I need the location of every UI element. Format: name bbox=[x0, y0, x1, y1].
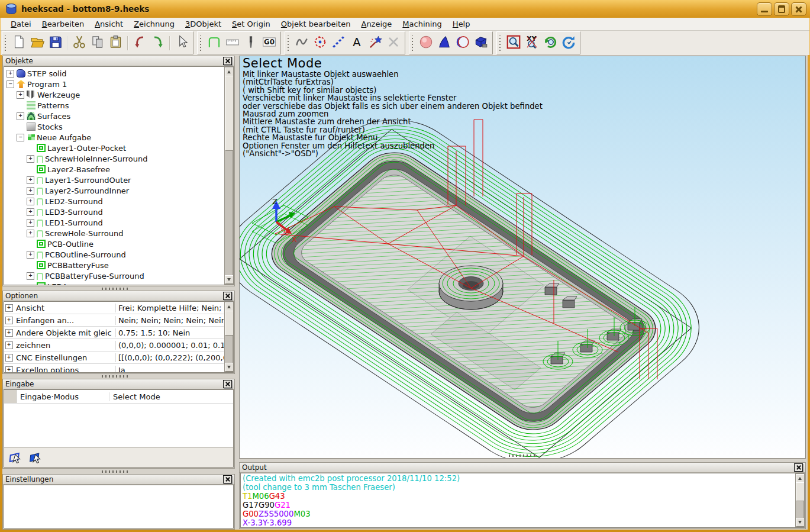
option-row-zeichnen[interactable]: +zeichnen(0,0,0); 0.000001; 0.01; 0.1; bbox=[4, 339, 224, 352]
settings-panel-close-icon[interactable] bbox=[223, 475, 232, 483]
option-row-andere-objekte-mit-gleic[interactable]: +Andere Objekte mit gleic0.75; 1.5; 10; … bbox=[4, 327, 224, 339]
expander-plus-icon[interactable]: + bbox=[27, 208, 34, 216]
tree-item-patterns[interactable]: +Patterns bbox=[4, 100, 224, 111]
toolbar-group-grip[interactable] bbox=[287, 36, 290, 51]
options-scrollbar[interactable] bbox=[224, 302, 233, 372]
polyline-button[interactable] bbox=[330, 34, 347, 51]
objects-panel-close-icon[interactable] bbox=[223, 57, 232, 65]
zoom-extents-button[interactable] bbox=[541, 34, 559, 51]
title-bar[interactable]: heekscad - bottom8-9.heeks bbox=[0, 0, 810, 18]
spline-button[interactable] bbox=[293, 34, 310, 51]
input-panel-close-icon[interactable] bbox=[223, 380, 232, 388]
objects-panel-grip[interactable] bbox=[102, 288, 129, 290]
sphere-button[interactable] bbox=[417, 34, 434, 51]
graphics-viewport[interactable]: ZX Select Mode Mit linker Maustaste Obje… bbox=[239, 56, 806, 459]
tree-item-surfaces[interactable]: +Surfaces bbox=[4, 111, 224, 121]
option-row-einfangen-an[interactable]: +Einfangen an...Nein; Nein; Nein; Nein; … bbox=[4, 314, 224, 327]
input-panel-grip[interactable] bbox=[102, 470, 129, 473]
endmill-button[interactable] bbox=[242, 34, 259, 51]
expander-plus-icon[interactable]: + bbox=[5, 317, 13, 324]
options-panel-grip[interactable] bbox=[102, 375, 129, 378]
pick-object-button[interactable] bbox=[9, 450, 24, 465]
redo-button[interactable] bbox=[149, 34, 166, 51]
tree-item-layer2-basefree[interactable]: +Layer2-Basefree bbox=[4, 164, 224, 175]
tree-item-pcb-outline[interactable]: +PCB-Outline bbox=[4, 238, 224, 249]
undo-button[interactable] bbox=[131, 34, 148, 51]
input-mode-row[interactable]: Eingabe·Modus Select Mode bbox=[4, 390, 233, 404]
maximize-button[interactable] bbox=[774, 2, 789, 16]
expander-plus-icon[interactable]: + bbox=[27, 198, 34, 205]
tree-item-stocks[interactable]: +Stocks bbox=[4, 121, 224, 132]
tree-item-step-solid[interactable]: +STEP solid bbox=[4, 68, 224, 79]
tree-item-pcbbatteryfuse[interactable]: +PCBBatteryFuse bbox=[4, 260, 224, 270]
menu-help[interactable]: Help bbox=[447, 18, 476, 30]
options-panel-close-icon[interactable] bbox=[223, 292, 232, 300]
toolbar-group-grip[interactable] bbox=[411, 36, 414, 51]
new-file-button[interactable] bbox=[10, 34, 27, 51]
expander-plus-icon[interactable]: + bbox=[27, 176, 34, 184]
tree-item-leda[interactable]: +LEDA bbox=[4, 281, 224, 285]
menu-ansicht[interactable]: Ansicht bbox=[89, 18, 128, 30]
zoom-window-button[interactable] bbox=[505, 34, 522, 51]
copy-button[interactable] bbox=[89, 34, 106, 51]
cut-button[interactable] bbox=[70, 34, 88, 51]
expander-minus-icon[interactable]: − bbox=[17, 134, 24, 141]
expander-minus-icon[interactable]: − bbox=[7, 80, 14, 88]
expander-plus-icon[interactable]: + bbox=[5, 329, 13, 337]
minimize-button[interactable] bbox=[757, 2, 772, 16]
tree-item-schrewholeinner-surround[interactable]: +SchrewHoleInner-Surround bbox=[4, 153, 224, 164]
expander-plus-icon[interactable]: + bbox=[5, 366, 13, 373]
menu-datei[interactable]: Datei bbox=[5, 18, 37, 30]
pick-many-objects-button[interactable] bbox=[29, 450, 44, 465]
tree-item-pcbbatteryfuse-surround[interactable]: +PCBBatteryFuse-Surround bbox=[4, 270, 224, 281]
open-file-button[interactable] bbox=[28, 34, 46, 51]
measure-button[interactable] bbox=[224, 34, 241, 51]
tree-item-program-1[interactable]: −Program 1 bbox=[4, 79, 224, 89]
cone-button[interactable] bbox=[435, 34, 453, 51]
output-panel-close-icon[interactable] bbox=[794, 463, 803, 472]
viewport-grip[interactable] bbox=[509, 454, 536, 457]
tree-item-pcboutline-surround[interactable]: +PCBOutline-Surround bbox=[4, 249, 224, 260]
tree-item-led1-surround[interactable]: +LED1-Surround bbox=[4, 217, 224, 228]
zoom-xy-button[interactable]: XY bbox=[523, 34, 540, 51]
option-row-cnc-einstellungen[interactable]: +CNC Einstellungen[[(0,0,0); (0,0,222); … bbox=[4, 352, 224, 364]
expander-plus-icon[interactable]: + bbox=[5, 304, 13, 312]
menu-set-origin[interactable]: Set Origin bbox=[227, 18, 276, 30]
menu-bearbeiten[interactable]: Bearbeiten bbox=[37, 18, 89, 30]
expander-plus-icon[interactable]: + bbox=[27, 251, 34, 259]
tree-item-neue-aufgabe[interactable]: −Neue Aufgabe bbox=[4, 132, 224, 143]
expander-plus-icon[interactable]: + bbox=[27, 219, 34, 227]
toolbar-group-grip[interactable] bbox=[499, 36, 502, 51]
redraw-button[interactable] bbox=[560, 34, 577, 51]
trim-button[interactable] bbox=[385, 34, 402, 51]
expander-plus-icon[interactable]: + bbox=[27, 155, 34, 163]
objects-scrollbar[interactable] bbox=[224, 67, 233, 285]
tree-item-layer1-outer-pocket[interactable]: +Layer1-Outer-Pocket bbox=[4, 143, 224, 153]
save-button[interactable] bbox=[47, 34, 64, 51]
expander-plus-icon[interactable]: + bbox=[7, 70, 14, 78]
tree-item-led2-surround[interactable]: +LED2-Surround bbox=[4, 196, 224, 207]
output-scrollbar[interactable] bbox=[795, 473, 804, 527]
menu-3dobjekt[interactable]: 3DObjekt bbox=[180, 18, 227, 30]
expander-plus-icon[interactable]: + bbox=[27, 230, 34, 237]
option-row-excellon-options[interactable]: +Excellon optionsJa bbox=[4, 364, 224, 373]
expander-plus-icon[interactable]: + bbox=[5, 341, 13, 349]
expander-plus-icon[interactable]: + bbox=[27, 187, 34, 195]
solid-block-button[interactable] bbox=[472, 34, 489, 51]
expander-plus-icon[interactable]: + bbox=[27, 272, 34, 280]
toolbar-group-grip[interactable] bbox=[4, 36, 7, 51]
tree-item-werkzeuge[interactable]: +Werkzeuge bbox=[4, 89, 224, 100]
expander-plus-icon[interactable]: + bbox=[5, 354, 13, 362]
wand-button[interactable] bbox=[366, 34, 383, 51]
tree-item-led3-surround[interactable]: +LED3-Surround bbox=[4, 207, 224, 217]
menu-machining[interactable]: Machining bbox=[397, 18, 447, 30]
expander-plus-icon[interactable]: + bbox=[17, 91, 24, 99]
tree-item-layer2-surroundinner[interactable]: +Layer2-SurroundInner bbox=[4, 185, 224, 196]
toolbar-group-grip[interactable] bbox=[199, 36, 202, 51]
rapid-g0-button[interactable]: G0 bbox=[260, 34, 277, 51]
profile-op-button[interactable] bbox=[205, 34, 222, 51]
close-button[interactable] bbox=[791, 2, 806, 16]
circle-3pts-button[interactable] bbox=[454, 34, 471, 51]
paste-button[interactable] bbox=[107, 34, 124, 51]
option-row-ansicht[interactable]: +AnsichtFrei; Komplette Hilfe; Nein; bbox=[4, 302, 224, 314]
